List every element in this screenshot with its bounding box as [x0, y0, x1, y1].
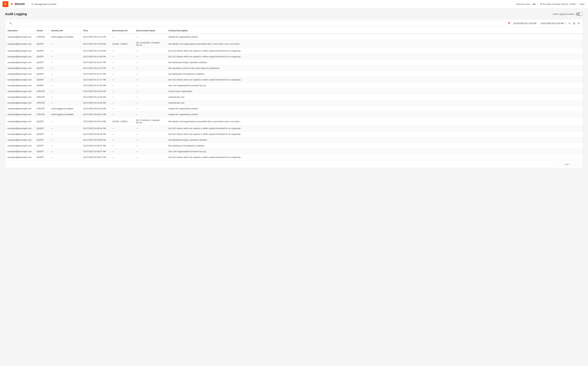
date-start: 01/25/2025 05:11:00 PM — [513, 22, 536, 24]
prev-page-button[interactable]: ‹ — [558, 162, 563, 167]
cell-env-name: QA, Production, Example Env B, ... — [134, 117, 166, 126]
search-icon: 🔍 — [9, 22, 12, 24]
cell-env-id: --- — [110, 154, 134, 160]
date-filter: 📅 01/25/2025 05:11:00 PM → 01/27/2025 05… — [506, 21, 580, 25]
cell-action: UPDATE — [34, 34, 49, 40]
next-page-button[interactable]: › — [571, 162, 575, 167]
cell-env-name: --- — [134, 77, 166, 83]
col-header-time[interactable]: Time ↓ — [81, 27, 110, 34]
welcome-user[interactable]: Welcome back, Jan ▾ — [516, 3, 537, 5]
cell-env-id: --- — [110, 131, 134, 137]
cell-time: 01/27/2025 04:08:18 PM — [81, 106, 110, 112]
cell-action: UPDATE — [34, 94, 49, 100]
page-content: Audit Logging Audit Logging Disabled 🔍 📅… — [0, 8, 588, 172]
cell-action: QUERY — [34, 117, 49, 126]
help-caret-icon: ▾ — [585, 3, 585, 5]
cell-activity-desc: Get dashboard miscellaneous statistics — [166, 143, 583, 149]
cell-time: 01/27/2025 04:14:39 PM — [81, 48, 110, 54]
cell-env-id: 132520, 134920, ... — [110, 40, 134, 48]
cell-time: 01/27/2025 03:48:07 PM — [81, 154, 110, 160]
cell-activity-info: --- — [49, 60, 81, 65]
cell-env-name: --- — [134, 34, 166, 40]
table-row: example@jbexample.com QUERY --- 01/27/20… — [5, 60, 583, 65]
cell-env-name: --- — [134, 88, 166, 94]
cell-env-name: --- — [134, 154, 166, 160]
cell-action: QUERY — [34, 143, 49, 149]
table-row: example@jbexample.com QUERY --- 01/27/20… — [5, 131, 583, 137]
cell-username: example@jbexample.com — [5, 88, 34, 94]
cell-activity-info: --- — [49, 54, 81, 60]
col-header-activity-desc: Activity Description — [166, 27, 583, 34]
pagination: « ‹ 1 of 1 › » — [5, 160, 583, 168]
cell-env-name: --- — [134, 48, 166, 54]
cell-activity-info: --- — [49, 94, 81, 100]
welcome-text: Welcome back, — [516, 3, 531, 5]
cell-username: example@jbexample.com — [5, 71, 34, 77]
hamburger-button[interactable]: ☰ — [3, 1, 8, 7]
last-page-button[interactable]: » — [576, 162, 580, 167]
cell-env-id: --- — [110, 94, 134, 100]
cell-username: example@jbexample.com — [5, 94, 34, 100]
cell-time: 01/27/2025 04:14:26 PM — [81, 94, 110, 100]
cell-activity-info: --- — [49, 100, 81, 106]
console-icon: ⊙ — [31, 3, 33, 6]
cell-activity-desc: Get a list OrganizationConnectUrl by org — [166, 83, 583, 88]
calendar-icon-button[interactable]: 📅 — [506, 21, 512, 25]
cell-username: example@jbexample.com — [5, 77, 34, 83]
cell-env-name: --- — [134, 100, 166, 106]
cell-time: 01/27/2025 04:14:26 PM — [81, 88, 110, 94]
cell-env-name: --- — [134, 137, 166, 143]
sort-icon: ↓ — [89, 30, 90, 32]
cell-time: 01/27/2025 03:48:07 PM — [81, 143, 110, 149]
refresh-button[interactable]: ↻ — [568, 21, 571, 25]
cell-activity-info: --- — [49, 71, 81, 77]
table-row: example@jbexample.com QUERY --- 01/27/20… — [5, 117, 583, 126]
cell-username: example@jbexample.com — [5, 54, 34, 60]
cell-activity-desc: Authenticate user — [166, 94, 583, 100]
cell-time: 01/27/2025 03:48:18 PM — [81, 131, 110, 137]
cell-action: QUERY — [34, 126, 49, 131]
table-row: example@jbexample.com QUERY --- 01/27/20… — [5, 83, 583, 88]
table-row: example@jbexample.com QUERY --- 01/27/20… — [5, 40, 583, 48]
table-row: example@jbexample.com QUERY --- 01/27/20… — [5, 65, 583, 71]
cell-activity-desc: Update the organization policies — [166, 34, 583, 40]
cell-username: example@jbexample.com — [5, 131, 34, 137]
page-header: Audit Logging Audit Logging Disabled — [5, 12, 583, 16]
cell-env-id: --- — [110, 83, 134, 88]
cell-action: UPDATE — [34, 106, 49, 112]
cell-time: 01/27/2025 03:49:21 PM — [81, 112, 110, 117]
cell-env-id: 132520, 134920, ... — [110, 117, 134, 126]
cell-time: 01/27/2025 04:14:38 PM — [81, 54, 110, 60]
cell-username: example@jbexample.com — [5, 112, 34, 117]
cell-activity-desc: Get 3LO tokens which are expired or with… — [166, 54, 583, 60]
cell-activity-desc: Get operations count for last seven days… — [166, 65, 583, 71]
cell-activity-desc: Update the organization policies — [166, 106, 583, 112]
table-row: example@jbexample.com QUERY --- 01/27/20… — [5, 54, 583, 60]
cell-activity-info: --- — [49, 143, 81, 149]
cell-env-id: --- — [110, 54, 134, 60]
clear-date-button[interactable]: × — [565, 22, 566, 24]
cell-action: QUERY — [34, 131, 49, 137]
download-button[interactable]: ⬇ — [577, 21, 580, 25]
search-input[interactable] — [13, 22, 503, 24]
cell-action: QUERY — [34, 71, 49, 77]
search-box[interactable]: 🔍 — [8, 21, 504, 26]
org-selector[interactable]: JB Example Company (Org ID: 12345) ▾ — [540, 3, 577, 5]
cell-activity-desc: Cache active organization — [166, 88, 583, 94]
cell-env-id: --- — [110, 88, 134, 94]
audit-logging-toggle[interactable] — [576, 12, 583, 16]
cell-action: QUERY — [34, 77, 49, 83]
help-menu[interactable]: Help ▾ — [580, 3, 585, 5]
cell-username: example@jbexample.com — [5, 126, 34, 131]
cell-env-id: --- — [110, 126, 134, 131]
table-row: example@jbexample.com UPDATE --- 01/27/2… — [5, 94, 583, 100]
cell-activity-info: --- — [49, 149, 81, 154]
cell-action: QUERY — [34, 48, 49, 54]
cell-username: example@jbexample.com — [5, 65, 34, 71]
cell-activity-desc: Update the organization policies — [166, 112, 583, 117]
first-page-button[interactable]: « — [553, 162, 558, 167]
cell-env-name: --- — [134, 71, 166, 77]
cell-activity-info: --- — [49, 48, 81, 54]
page-info: 1 of 1 — [564, 163, 570, 166]
columns-button[interactable]: ⊞ — [572, 21, 576, 25]
